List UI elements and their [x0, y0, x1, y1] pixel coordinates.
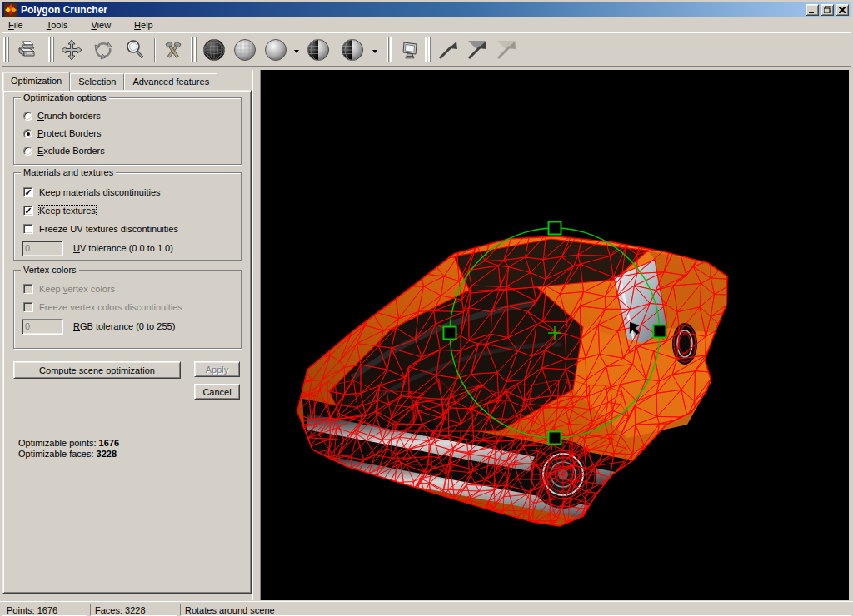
zoom-button[interactable] — [122, 37, 148, 63]
pan-button[interactable] — [58, 37, 85, 63]
radio-crunch-borders[interactable]: Crunch borders — [23, 111, 101, 121]
panel-splitter[interactable] — [252, 70, 261, 600]
optimizable-points-line: Optimizable points: 1676 — [18, 438, 119, 449]
group-title: Materials and textures — [21, 167, 116, 177]
toolbar-grip[interactable] — [3, 37, 9, 62]
half-wireframe-sphere-icon — [307, 38, 330, 62]
crossed-hammers-icon — [162, 39, 184, 61]
mixed-render-a-button[interactable] — [305, 37, 332, 63]
optimizable-stats: Optimizable points: 1676 Optimizable fac… — [18, 438, 119, 460]
smooth-render-button[interactable] — [262, 37, 289, 63]
radio-label: Protect Borders — [37, 128, 101, 138]
manipulator-handle-right[interactable] — [654, 325, 666, 338]
optimization-options-group: Optimization options Crunch borders Prot… — [13, 97, 242, 165]
viewport-setup-button[interactable] — [397, 37, 423, 63]
rgb-tolerance-label: RGB tolerance (0 to 255) — [73, 321, 175, 331]
checkbox-freeze-vertex-colors-disabled: Freeze vertex colors discontinuities — [23, 302, 182, 312]
toolbar-grip[interactable] — [191, 37, 197, 62]
checkbox-keep-vertex-colors-disabled: Keep vertex colors — [23, 284, 115, 294]
tab-advanced-features[interactable]: Advanced features — [124, 73, 217, 91]
radio-circle[interactable] — [23, 147, 32, 156]
menu-bar: File Tools View Help — [2, 17, 851, 32]
rotate-button[interactable] — [90, 37, 117, 63]
menu-help[interactable]: Help — [127, 18, 160, 32]
menu-tools[interactable]: Tools — [40, 18, 75, 32]
half-wireframe-sphere-icon — [341, 38, 364, 62]
smooth-render-dropdown[interactable] — [292, 47, 300, 54]
mixed-render-b-button[interactable] — [339, 37, 366, 63]
ne-arrow-disabled-icon — [495, 38, 518, 62]
status-points: Points: 1676 — [2, 604, 87, 616]
radio-label: Crunch borders — [37, 111, 101, 121]
radio-circle[interactable] — [23, 112, 32, 121]
status-hint: Rotates around scene — [180, 604, 851, 616]
menu-view[interactable]: View — [84, 18, 117, 32]
checkbox-disabled — [23, 284, 33, 294]
uv-tolerance-label: UV tolerance (0.0 to 1.0) — [73, 243, 173, 253]
checkbox-checked[interactable]: ✓ — [23, 206, 33, 216]
print-button[interactable] — [13, 37, 40, 63]
minimize-button[interactable] — [806, 4, 819, 16]
move-arrows-icon — [61, 39, 82, 61]
front-wheel-wireframe — [531, 442, 596, 507]
status-faces: Faces: 3228 — [90, 604, 177, 616]
restore-button[interactable] — [821, 4, 834, 16]
toolbar-grip[interactable] — [425, 37, 431, 62]
cancel-button[interactable]: Cancel — [194, 384, 240, 400]
app-icon — [4, 3, 17, 17]
checkbox-label: Keep vertex colors — [39, 284, 115, 294]
toolbar-grip[interactable] — [48, 37, 54, 62]
compute-scene-optimization-button[interactable]: Compute scene optimization — [13, 361, 181, 379]
manipulator-handle-left[interactable] — [444, 327, 456, 340]
undo-level-3-button-disabled — [493, 37, 520, 63]
monitor-icon — [399, 39, 421, 61]
viewport-3d[interactable] — [261, 70, 849, 600]
radio-label: Exclude Borders — [37, 146, 105, 156]
mixed-render-dropdown[interactable] — [371, 47, 378, 54]
checkbox-checked[interactable]: ✓ — [23, 187, 33, 197]
radio-protect-borders[interactable]: Protect Borders — [23, 128, 101, 138]
scene-car-wireframe — [261, 70, 849, 600]
toolbar-separator — [154, 38, 156, 62]
close-button[interactable] — [836, 4, 849, 16]
optimizable-faces-line: Optimizable faces: 3228 — [18, 449, 119, 460]
toolbar — [2, 32, 851, 67]
wireframe-render-button[interactable] — [201, 37, 227, 63]
tab-optimization[interactable]: Optimization — [2, 72, 70, 91]
panel-tabs: Optimization Selection Advanced features — [2, 72, 217, 91]
printer-icon — [16, 39, 37, 61]
undo-level-1-button[interactable] — [435, 37, 461, 63]
faces-value: 3228 — [97, 449, 117, 459]
uv-tolerance-label-wrap: UV tolerance (0.0 to 1.0) — [73, 243, 173, 253]
checkbox-keep-materials[interactable]: ✓ Keep materials discontinuities — [23, 187, 161, 197]
uv-tolerance-input[interactable]: 0 — [22, 241, 63, 256]
apply-button-disabled: Apply — [194, 361, 240, 377]
checkbox-label: Freeze UV textures discontinuities — [39, 224, 178, 234]
checkbox-keep-textures[interactable]: ✓ Keep textures — [23, 206, 96, 216]
manipulator-handle-top[interactable] — [549, 222, 561, 235]
rgb-tolerance-label-wrap: RGB tolerance (0 to 255) — [73, 321, 175, 331]
undo-level-2-button[interactable] — [464, 37, 491, 63]
menu-file[interactable]: File — [2, 18, 30, 32]
materials-textures-group: Materials and textures ✓ Keep materials … — [13, 172, 242, 261]
ne-arrow-icon — [436, 38, 460, 62]
faceted-sphere-icon — [233, 38, 257, 62]
manipulator-handle-bottom[interactable] — [549, 432, 561, 445]
checkbox-unchecked[interactable] — [23, 224, 33, 234]
toolbar-grip[interactable] — [387, 37, 392, 62]
rotate-arrows-icon — [92, 39, 114, 61]
rgb-tolerance-input: 0 — [22, 319, 63, 335]
tab-selection[interactable]: Selection — [70, 73, 124, 91]
optimize-wizard-button[interactable] — [160, 37, 187, 63]
status-bar: Points: 1676 Faces: 3228 Rotates around … — [0, 601, 853, 616]
window-title: Polygon Cruncher — [21, 4, 804, 16]
radio-circle-selected[interactable] — [23, 129, 32, 138]
radio-exclude-borders[interactable]: Exclude Borders — [23, 146, 105, 156]
wireframe-sphere-icon — [202, 38, 226, 62]
checkbox-label: Keep materials discontinuities — [39, 187, 161, 197]
group-title: Vertex colors — [21, 265, 79, 275]
ne-arrow-shaded-icon — [466, 38, 489, 62]
checkbox-label: Freeze vertex colors discontinuities — [39, 302, 182, 312]
faceted-render-button[interactable] — [232, 37, 258, 63]
checkbox-freeze-uv[interactable]: Freeze UV textures discontinuities — [23, 224, 178, 234]
